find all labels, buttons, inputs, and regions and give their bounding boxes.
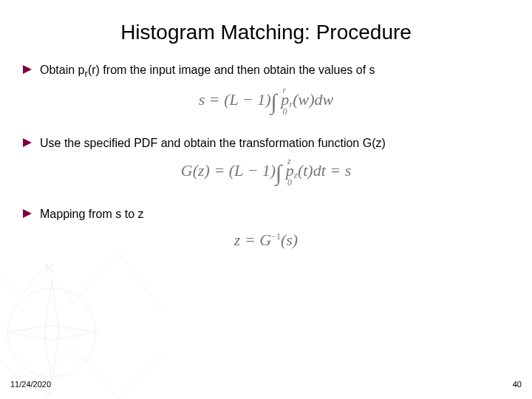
list-item-text: Use the specified PDF and obtain the tra… (40, 135, 386, 151)
equation: G(z) = (L − 1)∫z0 pz(t)dt = s (22, 160, 510, 185)
svg-marker-6 (23, 138, 32, 147)
svg-marker-5 (23, 65, 32, 74)
svg-marker-1 (44, 281, 59, 384)
slide-content: Obtain pr(r) from the input image and th… (0, 62, 532, 250)
list-item: Use the specified PDF and obtain the tra… (22, 135, 510, 151)
slide-footer: 11/24/2020 40 (10, 380, 522, 389)
triangle-bullet-icon (22, 64, 33, 75)
list-item-text: Mapping from s to z (40, 206, 144, 222)
list-item-text: Obtain pr(r) from the input image and th… (40, 62, 375, 81)
svg-point-0 (7, 288, 96, 377)
slide-title: Histogram Matching: Procedure (0, 0, 532, 62)
list-item: Obtain pr(r) from the input image and th… (22, 62, 510, 81)
equation: z = G−1(s) (22, 231, 510, 250)
footer-page-number: 40 (513, 380, 522, 389)
svg-marker-2 (7, 325, 96, 340)
svg-text:N: N (44, 262, 54, 276)
list-item: Mapping from s to z (22, 206, 510, 222)
equation: s = (L − 1)∫r0 pr(w)dw (22, 89, 510, 115)
svg-marker-7 (23, 209, 32, 218)
triangle-bullet-icon (22, 137, 33, 148)
triangle-bullet-icon (22, 208, 33, 219)
footer-date: 11/24/2020 (10, 380, 51, 389)
